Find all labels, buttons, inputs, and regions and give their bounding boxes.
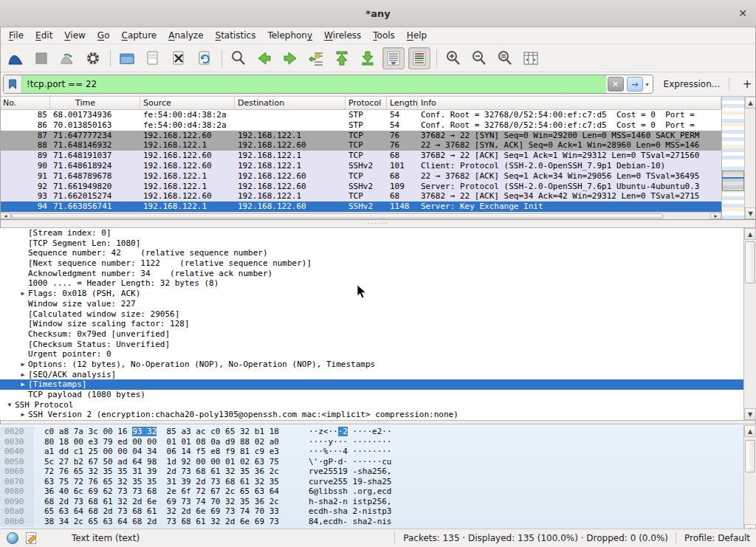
detail-scroll-up-arrow[interactable]: ▲ <box>744 228 756 240</box>
hex-ascii[interactable]: h-sha2-n istp256, <box>309 497 392 507</box>
hex-ascii[interactable]: 84,ecdh- sha2-nis <box>309 517 392 527</box>
menu-capture[interactable]: Capture <box>115 29 162 42</box>
detail-row[interactable]: Window size value: 227 <box>0 299 744 309</box>
column-header-destination[interactable]: Destination <box>235 97 346 109</box>
packet-row[interactable]: 8568.001734936fe:54:00:d4:38:2aSTP54Conf… <box>0 110 721 120</box>
detail-row[interactable]: ▶[Timestamps] <box>0 379 744 390</box>
menu-edit[interactable]: Edit <box>30 29 58 42</box>
hex-ascii[interactable]: ··z<···2 ····e2·· <box>309 427 392 437</box>
detail-vscrollbar[interactable]: ▲ ▼ <box>743 228 756 420</box>
detail-row[interactable]: ▶Options: (12 bytes), No-Operation (NOP)… <box>0 359 744 370</box>
restart-capture-button[interactable] <box>56 47 78 69</box>
menu-wireless[interactable]: Wireless <box>318 29 367 42</box>
expander-closed-icon[interactable]: ▶ <box>18 379 28 390</box>
packet-row[interactable]: 8971.648191037192.168.122.60192.168.122.… <box>0 151 721 161</box>
hex-row[interactable]: 006072 76 65 32 35 35 31 39 2d 73 68 61 … <box>0 467 744 477</box>
expert-info-icon[interactable] <box>7 532 18 544</box>
hex-row[interactable]: 009068 2d 73 68 61 32 2d 6e 69 73 74 70 … <box>0 497 744 507</box>
hex-bytes[interactable]: 38 34 2c 65 63 64 68 2d 73 68 61 32 2d 6… <box>44 517 279 527</box>
packet-list-hscrollbar[interactable]: ◂ ▸ <box>0 212 721 219</box>
go-to-packet-button[interactable] <box>305 47 327 69</box>
detail-row[interactable]: [Stream index: 0] <box>0 228 744 238</box>
expander-closed-icon[interactable]: ▶ <box>18 359 28 370</box>
menu-statistics[interactable]: Statistics <box>210 29 262 42</box>
hex-bytes[interactable]: 5c 27 b2 67 50 ad 64 98 1d 92 00 00 01 0… <box>44 457 279 467</box>
zoom-in-button[interactable] <box>442 47 464 69</box>
hex-bytes[interactable]: 72 76 65 32 35 35 31 39 2d 73 68 61 32 3… <box>44 467 279 477</box>
hex-row[interactable]: 0040a1 dd c1 25 00 00 04 34 06 14 f5 e8 … <box>0 447 744 457</box>
hscroll-right-arrow[interactable]: ▸ <box>710 213 721 219</box>
save-file-button[interactable]: 01010110 <box>142 47 164 69</box>
detail-row[interactable]: [Calculated window size: 29056] <box>0 309 744 320</box>
hex-ascii[interactable]: \'·gP·d· ······cu <box>309 457 392 467</box>
hex-row[interactable]: 007063 75 72 76 65 32 35 35 31 39 2d 73 … <box>0 477 744 487</box>
packet-row[interactable]: 9171.648789678192.168.122.1192.168.122.6… <box>0 171 721 182</box>
column-header-no[interactable]: No. <box>0 97 50 109</box>
column-header-source[interactable]: Source <box>140 97 235 109</box>
packet-row[interactable]: 8771.647777234192.168.122.60192.168.122.… <box>0 131 721 141</box>
vscroll-track[interactable] <box>745 109 756 207</box>
hex-row[interactable]: 0020c0 a8 7a 3c 00 16 93 32 85 a3 ac c0 … <box>0 427 744 437</box>
hex-bytes[interactable]: 80 18 00 e3 79 ed 00 00 01 01 08 0a d9 8… <box>44 437 279 447</box>
start-capture-button[interactable] <box>4 47 27 69</box>
detail-row[interactable]: Acknowledgment number: 34 (relative ack … <box>0 269 744 279</box>
menu-go[interactable]: Go <box>92 29 116 42</box>
open-file-button[interactable] <box>116 47 138 69</box>
detail-scroll-thumb[interactable] <box>745 241 755 283</box>
hex-bytes[interactable]: a1 dd c1 25 00 00 04 34 06 14 f5 e8 f9 8… <box>44 447 279 457</box>
hex-vscrollbar[interactable]: ▲ ▼ <box>743 425 756 536</box>
column-header-length[interactable]: Length <box>387 97 418 109</box>
zoom-original-button[interactable] <box>494 47 516 69</box>
packet-list-vscrollbar[interactable]: ▲ ▼ <box>744 97 756 219</box>
go-bottom-button[interactable] <box>357 47 379 69</box>
packet-list-header[interactable]: No.TimeSourceDestinationProtocolLengthIn… <box>0 97 721 110</box>
hex-ascii[interactable]: curve255 19-sha25 <box>309 477 392 487</box>
menu-help[interactable]: Help <box>401 29 433 42</box>
detail-row[interactable]: Urgent pointer: 0 <box>0 349 744 359</box>
packet-minimap-scrollbar[interactable] <box>721 97 744 219</box>
detail-row[interactable]: ▼SSH Protocol <box>0 400 744 410</box>
detail-row[interactable]: TCP payload (1080 bytes) <box>0 390 744 400</box>
stop-capture-button[interactable] <box>30 47 52 69</box>
hex-ascii[interactable]: 6@libssh .org,ecd <box>309 486 392 497</box>
hex-row[interactable]: 00505c 27 b2 67 50 ad 64 98 1d 92 00 00 … <box>0 457 744 467</box>
packet-row[interactable]: 8670.013850163fe:54:00:d4:38:2aSTP54Conf… <box>0 120 721 131</box>
hscroll-track[interactable] <box>11 213 710 219</box>
minimap-view-indicator[interactable] <box>722 171 744 191</box>
hex-scroll-up-arrow[interactable]: ▲ <box>744 425 756 437</box>
vscroll-up-arrow[interactable]: ▲ <box>745 97 756 109</box>
add-filter-button[interactable]: + <box>738 78 756 91</box>
hex-bytes[interactable]: 68 2d 73 68 61 32 2d 6e 69 73 74 70 32 3… <box>44 497 279 507</box>
filter-apply-button[interactable]: → <box>627 77 643 92</box>
menu-telephony[interactable]: Telephony <box>261 29 318 42</box>
hex-ascii[interactable]: ····y··· ········ <box>309 437 392 447</box>
menu-analyze[interactable]: Analyze <box>162 29 209 42</box>
detail-row[interactable]: [Window size scaling factor: 128] <box>0 319 744 329</box>
colorize-button[interactable] <box>408 47 430 69</box>
menu-file[interactable]: File <box>3 29 30 42</box>
packet-row[interactable]: 9471.663856741192.168.122.1192.168.122.6… <box>0 202 721 212</box>
detail-scroll-track[interactable] <box>744 240 756 408</box>
hex-row[interactable]: 00b038 34 2c 65 63 64 68 2d 73 68 61 32 … <box>0 517 744 527</box>
detail-row[interactable]: [Next sequence number: 1122 (relative se… <box>0 258 744 269</box>
expander-closed-icon[interactable]: ▶ <box>18 410 28 420</box>
hex-scroll-track[interactable] <box>744 437 756 524</box>
profile-status[interactable]: Profile: Default <box>684 533 750 543</box>
hscroll-left-arrow[interactable]: ◂ <box>0 213 11 219</box>
detail-row[interactable]: ▶[SEQ/ACK analysis] <box>0 370 744 380</box>
column-header-protocol[interactable]: Protocol <box>346 97 387 109</box>
filter-history-dropdown[interactable]: ▾ <box>645 81 653 88</box>
expander-closed-icon[interactable]: ▶ <box>18 289 28 299</box>
go-back-button[interactable] <box>253 47 275 69</box>
expression-button[interactable]: Expression... <box>664 79 721 89</box>
close-window-button[interactable]: ✕ <box>738 7 747 20</box>
detail-row[interactable]: [TCP Segment Len: 1080] <box>0 238 744 249</box>
hex-bytes[interactable]: 65 63 64 68 2d 73 68 61 32 2d 6e 69 73 7… <box>44 506 279 517</box>
detail-row[interactable]: ▶Flags: 0x018 (PSH, ACK) <box>0 289 744 299</box>
find-packet-button[interactable] <box>227 47 250 69</box>
packet-row[interactable]: 9071.648618924192.168.122.60192.168.122.… <box>0 161 721 171</box>
hex-ascii[interactable]: ···%···4 ········ <box>309 447 392 457</box>
packet-row[interactable]: 9271.661949820192.168.122.1192.168.122.6… <box>0 182 721 192</box>
column-header-info[interactable]: Info <box>418 97 721 109</box>
resize-columns-button[interactable] <box>520 47 542 69</box>
